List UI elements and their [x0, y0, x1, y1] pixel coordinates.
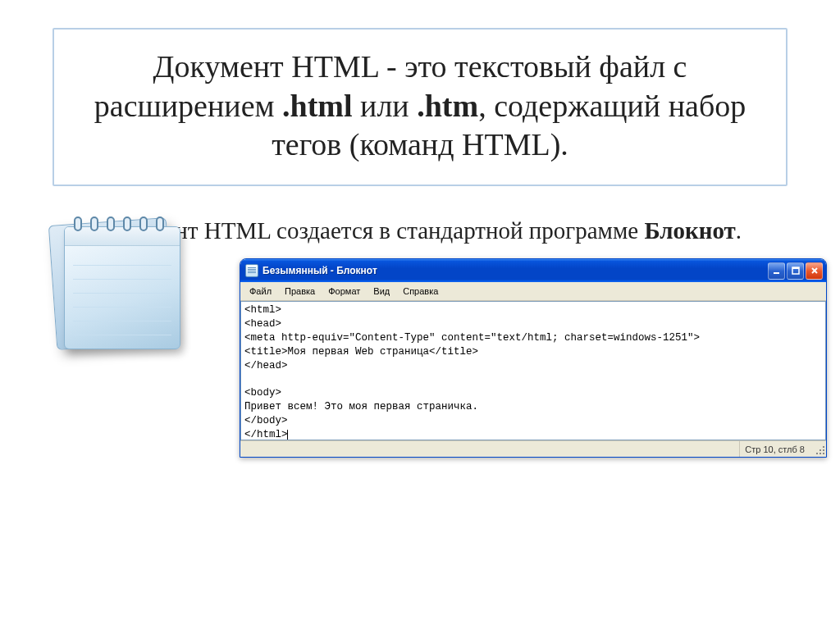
- svg-rect-2: [792, 267, 799, 269]
- subtitle-bold: Блокнот: [644, 217, 735, 244]
- menu-view[interactable]: Вид: [368, 285, 395, 298]
- statusbar: Стр 10, стлб 8: [240, 440, 826, 457]
- text-content: <html> <head> <meta http-equiv="Content-…: [244, 304, 700, 440]
- text-cursor: [287, 430, 288, 440]
- text-area[interactable]: <html> <head> <meta http-equiv="Content-…: [240, 301, 826, 440]
- window-titlebar[interactable]: Безымянный - Блокнот: [240, 259, 826, 282]
- subtitle-text-2: .: [736, 217, 742, 244]
- title-text-2: или: [353, 89, 418, 123]
- menu-file[interactable]: Файл: [244, 285, 277, 298]
- close-button[interactable]: [806, 262, 823, 280]
- notepad-icon: [41, 207, 205, 371]
- lower-area: Безымянный - Блокнот Файл Правка Формат: [25, 254, 815, 517]
- title-box: Документ HTML - это текстовый файл с рас…: [52, 28, 788, 186]
- svg-rect-0: [774, 272, 779, 274]
- resize-grip-icon[interactable]: [813, 443, 826, 456]
- notepad-window: Безымянный - Блокнот Файл Правка Формат: [240, 258, 827, 458]
- menu-format[interactable]: Формат: [322, 285, 366, 298]
- app-icon: [245, 264, 258, 277]
- maximize-button[interactable]: [787, 262, 804, 280]
- title-bold-1: .html: [282, 89, 353, 123]
- status-position: Стр 10, стлб 8: [739, 441, 810, 457]
- menubar: Файл Правка Формат Вид Справка: [240, 282, 826, 301]
- title-bold-2: .htm: [417, 89, 478, 123]
- window-title: Безымянный - Блокнот: [262, 265, 768, 276]
- slide: Документ HTML - это текстовый файл с рас…: [0, 0, 840, 629]
- menu-edit[interactable]: Правка: [279, 285, 321, 298]
- minimize-button[interactable]: [768, 262, 785, 280]
- menu-help[interactable]: Справка: [397, 285, 444, 298]
